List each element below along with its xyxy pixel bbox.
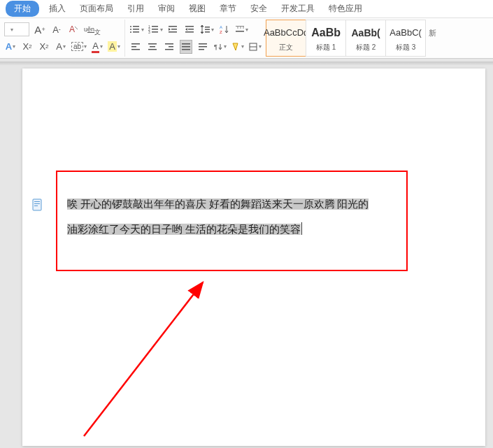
svg-rect-43 bbox=[250, 46, 257, 47]
text-direction-btn[interactable]: ¶▾ bbox=[213, 40, 227, 54]
svg-text:¶: ¶ bbox=[214, 43, 217, 50]
bullets-btn[interactable]: ▾ bbox=[129, 22, 144, 36]
style-heading1[interactable]: AaBb 标题 1 bbox=[306, 20, 346, 57]
svg-point-5 bbox=[130, 31, 131, 33]
clear-format-btn[interactable]: A bbox=[67, 22, 80, 36]
style-heading3[interactable]: AaBbC( 标题 3 bbox=[385, 20, 426, 57]
align-left-btn[interactable] bbox=[129, 40, 142, 54]
svg-rect-33 bbox=[169, 46, 173, 48]
tab-chapter[interactable]: 章节 bbox=[213, 0, 243, 17]
align-right-btn[interactable] bbox=[163, 40, 176, 54]
superscript-btn[interactable]: X2 bbox=[38, 40, 50, 54]
grow-font-btn[interactable]: A+ bbox=[34, 22, 46, 36]
svg-rect-40 bbox=[199, 49, 204, 50]
svg-rect-24 bbox=[236, 26, 244, 27]
svg-rect-13 bbox=[169, 26, 177, 27]
svg-rect-26 bbox=[131, 43, 140, 45]
style-body[interactable]: AaBbCcDd 正文 bbox=[266, 20, 306, 57]
svg-text:Z: Z bbox=[220, 30, 222, 34]
svg-rect-32 bbox=[165, 43, 173, 45]
svg-text:3: 3 bbox=[148, 30, 150, 34]
decrease-indent-btn[interactable] bbox=[167, 22, 180, 36]
phonetic-btn[interactable]: uěn文 bbox=[84, 22, 101, 36]
style-preview: AaBb( bbox=[352, 23, 380, 43]
svg-text:A: A bbox=[69, 24, 75, 34]
align-distribute-btn[interactable] bbox=[197, 40, 209, 54]
style-preview: AaBbCcDd bbox=[264, 23, 308, 43]
style-preview: AaBbC( bbox=[390, 23, 422, 43]
style-heading2[interactable]: AaBb( 标题 2 bbox=[345, 20, 386, 57]
svg-rect-34 bbox=[165, 49, 173, 50]
selected-text-line2: 油彩涂红了今天的日子哟 生活的花朵是我们的笑容 bbox=[67, 224, 301, 235]
svg-rect-21 bbox=[205, 31, 210, 33]
svg-rect-18 bbox=[185, 31, 194, 33]
increase-indent-btn[interactable] bbox=[184, 22, 197, 36]
borders-btn[interactable]: ▾ bbox=[248, 40, 262, 54]
tab-security[interactable]: 安全 bbox=[243, 0, 274, 17]
font-size-input[interactable]: ▾ bbox=[4, 22, 29, 36]
svg-rect-35 bbox=[182, 43, 190, 45]
tab-layout[interactable]: 页面布局 bbox=[73, 0, 120, 17]
svg-rect-12 bbox=[152, 31, 158, 33]
svg-rect-28 bbox=[131, 49, 140, 50]
document-page[interactable] bbox=[22, 68, 485, 446]
svg-rect-20 bbox=[205, 29, 210, 31]
subscript-btn[interactable]: X2 bbox=[21, 40, 34, 54]
styles-group: AaBbCcDd 正文 AaBb 标题 1 AaBb( 标题 2 AaBbC( … bbox=[266, 20, 426, 57]
numbering-btn[interactable]: 123▾ bbox=[148, 22, 163, 36]
tab-review[interactable]: 审阅 bbox=[151, 0, 182, 17]
font-color-btn[interactable]: A▾ bbox=[91, 40, 103, 54]
more-styles[interactable]: 新 bbox=[426, 20, 439, 57]
svg-rect-30 bbox=[150, 46, 155, 48]
selected-text-line1: 唉 开心的锣鼓敲出年年的喜庆 好看的舞蹈送来天一原欢腾 阳光的 bbox=[67, 198, 369, 210]
tab-special[interactable]: 特色应用 bbox=[322, 0, 369, 17]
style-label: 标题 3 bbox=[396, 43, 415, 54]
align-center-btn[interactable] bbox=[146, 40, 159, 54]
font-group: ▾ A+ A- A uěn文 A▾ X2 X2 A▾ ab▾ A▾ A▾ bbox=[0, 20, 125, 57]
document-background: 唉 开心的锣鼓敲出年年的喜庆 好看的舞蹈送来天一原欢腾 阳光的 油彩涂红了今天的… bbox=[0, 59, 493, 448]
text-effect-btn[interactable]: A▾ bbox=[4, 40, 17, 54]
svg-rect-29 bbox=[148, 43, 157, 45]
svg-rect-14 bbox=[171, 29, 177, 30]
style-label: 标题 1 bbox=[316, 43, 336, 54]
ribbon: ▾ A+ A- A uěn文 A▾ X2 X2 A▾ ab▾ A▾ A▾ ▾ 1… bbox=[0, 18, 493, 59]
svg-rect-39 bbox=[199, 46, 207, 48]
tab-devtools[interactable]: 开发工具 bbox=[274, 0, 322, 17]
svg-rect-27 bbox=[131, 46, 136, 48]
tab-stops-btn[interactable]: ▾ bbox=[235, 22, 248, 36]
tab-view[interactable]: 视图 bbox=[182, 0, 213, 17]
change-case-btn[interactable]: A▾ bbox=[55, 40, 67, 54]
menu-bar: 开始 插入 页面布局 引用 审阅 视图 章节 安全 开发工具 特色应用 bbox=[0, 0, 493, 18]
text-caret bbox=[301, 222, 302, 235]
style-label: 标题 2 bbox=[356, 43, 376, 54]
line-spacing-btn[interactable]: ▾ bbox=[201, 22, 214, 36]
highlight-color-btn[interactable]: A▾ bbox=[108, 40, 120, 54]
style-preview: AaBb bbox=[311, 23, 341, 43]
svg-rect-25 bbox=[236, 31, 244, 32]
tab-start[interactable]: 开始 bbox=[6, 1, 39, 17]
tab-reference[interactable]: 引用 bbox=[120, 0, 151, 17]
svg-rect-36 bbox=[182, 46, 190, 48]
shrink-font-btn[interactable]: A- bbox=[50, 22, 63, 36]
svg-rect-19 bbox=[205, 27, 210, 28]
svg-text:A: A bbox=[220, 25, 222, 29]
svg-rect-47 bbox=[34, 205, 38, 206]
svg-rect-15 bbox=[169, 31, 177, 33]
align-justify-btn[interactable] bbox=[180, 40, 192, 54]
svg-rect-37 bbox=[182, 49, 190, 50]
svg-rect-16 bbox=[185, 26, 194, 27]
style-label: 正文 bbox=[279, 43, 293, 54]
svg-rect-6 bbox=[133, 31, 139, 33]
document-text[interactable]: 唉 开心的锣鼓敲出年年的喜庆 好看的舞蹈送来天一原欢腾 阳光的 油彩涂红了今天的… bbox=[67, 192, 401, 242]
svg-rect-17 bbox=[188, 29, 194, 30]
svg-rect-46 bbox=[34, 203, 40, 204]
shading-btn[interactable]: ▾ bbox=[231, 40, 244, 54]
svg-rect-38 bbox=[199, 43, 207, 45]
svg-rect-10 bbox=[152, 29, 158, 30]
paragraph-group: ▾ 123▾ ▾ AZ ▾ bbox=[125, 20, 266, 57]
svg-rect-2 bbox=[133, 26, 139, 27]
tab-insert[interactable]: 插入 bbox=[42, 0, 73, 17]
svg-rect-45 bbox=[34, 201, 40, 202]
sort-btn[interactable]: AZ bbox=[218, 22, 231, 36]
char-border-btn[interactable]: ab▾ bbox=[71, 40, 87, 54]
